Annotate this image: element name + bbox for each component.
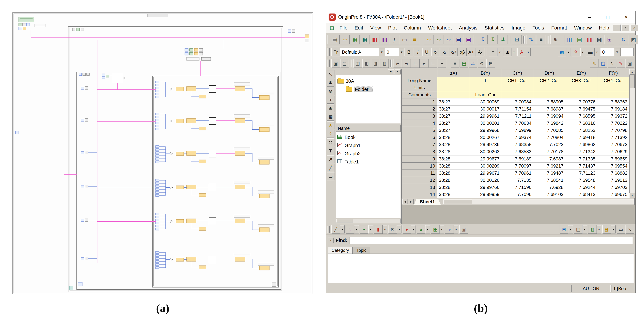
object-select-button[interactable]: ↖ bbox=[608, 59, 616, 68]
line-symbol-plot-button[interactable]: ~ bbox=[360, 225, 368, 234]
print-button[interactable]: ⊟ bbox=[512, 35, 522, 44]
data-cell[interactable]: 38:28 bbox=[438, 155, 470, 162]
meta-cell[interactable]: CH2_Cur bbox=[534, 77, 566, 84]
exchange-xy-button[interactable]: ⇄ bbox=[469, 59, 477, 68]
code-builder-button[interactable]: ⊞ bbox=[604, 35, 614, 44]
menu-column[interactable]: Column bbox=[400, 23, 424, 33]
fit-page-button[interactable]: ▣ bbox=[332, 59, 340, 68]
chevron-down-icon[interactable]: ▾ bbox=[379, 48, 384, 56]
supersubscript-button[interactable]: x₂² bbox=[449, 48, 458, 56]
menu-format[interactable]: Format bbox=[548, 23, 570, 33]
corner-header-cell[interactable] bbox=[402, 69, 438, 77]
menu-view[interactable]: View bbox=[367, 23, 384, 33]
data-cell[interactable]: 7.68541 bbox=[534, 177, 566, 184]
column-header-by[interactable]: B(Y) bbox=[470, 69, 502, 77]
column-plot-button[interactable]: ▮ bbox=[374, 225, 383, 234]
custom-routine-button[interactable]: ♞ bbox=[550, 35, 560, 44]
chevron-down-icon[interactable]: ▾ bbox=[425, 225, 430, 234]
meta-cell[interactable] bbox=[566, 91, 598, 98]
pe-scrollbar[interactable] bbox=[336, 219, 400, 223]
line-color-button[interactable]: ✎ bbox=[572, 48, 580, 56]
chevron-down-icon[interactable]: ▾ bbox=[512, 48, 516, 56]
decrease-font-button[interactable]: A- bbox=[476, 48, 484, 56]
ole-object-button[interactable]: ▣ bbox=[626, 59, 634, 68]
toolbar-grip[interactable] bbox=[328, 226, 330, 233]
new-project-button[interactable]: ▤ bbox=[330, 35, 340, 44]
border-color-swatch[interactable] bbox=[620, 48, 634, 56]
sheet-next-button[interactable]: ▶ bbox=[408, 199, 414, 204]
data-cell[interactable]: 7.70634 bbox=[502, 120, 534, 127]
data-cell[interactable]: 7.69659 bbox=[598, 155, 630, 162]
menu-file[interactable]: File bbox=[336, 23, 351, 33]
menu-edit[interactable]: Edit bbox=[351, 23, 367, 33]
chevron-down-icon[interactable]: ▾ bbox=[368, 225, 373, 234]
duplicate-window-button[interactable]: ◫ bbox=[354, 59, 362, 68]
chevron-down-icon[interactable]: ▾ bbox=[354, 225, 359, 234]
chevron-down-icon[interactable]: ▾ bbox=[582, 225, 587, 234]
line-width-combo[interactable]: 0▾ bbox=[600, 48, 620, 56]
open-excel-button[interactable]: ▱ bbox=[434, 35, 444, 44]
row-number[interactable]: 7 bbox=[402, 141, 438, 148]
contour-plot-button[interactable]: ▦ bbox=[431, 225, 440, 234]
fill-color-button[interactable]: ▨ bbox=[558, 48, 566, 56]
theme-organizer-button[interactable]: ◩ bbox=[629, 35, 638, 44]
chevron-down-icon[interactable]: ▾ bbox=[568, 225, 573, 234]
mask-points-tool-button[interactable]: ★ bbox=[326, 121, 334, 129]
row-label[interactable]: Comments bbox=[402, 91, 438, 98]
menu-image[interactable]: Image bbox=[508, 23, 529, 33]
data-cell[interactable]: 7.6987 bbox=[534, 155, 566, 162]
pie-plot-button[interactable]: ◑ bbox=[445, 225, 454, 234]
align-text-button[interactable]: ≡ bbox=[489, 48, 498, 56]
menu-plot[interactable]: Plot bbox=[384, 23, 400, 33]
project-item-graph2[interactable]: Graph2 bbox=[337, 150, 399, 158]
chevron-down-icon[interactable]: ▾ bbox=[498, 48, 502, 56]
column-header-cy[interactable]: C(Y) bbox=[502, 69, 534, 77]
close-button[interactable]: × bbox=[617, 11, 636, 23]
open-sample-button[interactable]: ▱ bbox=[444, 35, 454, 44]
data-cell[interactable]: 7.68316 bbox=[566, 120, 598, 127]
data-cell[interactable]: 7.69372 bbox=[598, 113, 630, 120]
scatter-plot-button[interactable]: ∴ bbox=[346, 225, 354, 234]
open-button[interactable]: ▱ bbox=[424, 35, 434, 44]
font-combo[interactable]: Default: A ▾ bbox=[340, 48, 385, 56]
horizontal-scrollbar[interactable] bbox=[443, 199, 634, 204]
style-organizer-button[interactable]: ▨ bbox=[599, 59, 607, 68]
data-cell[interactable]: 30.00017 bbox=[470, 105, 502, 113]
data-cell[interactable]: 7.70798 bbox=[598, 127, 630, 134]
meta-cell[interactable]: CH3_Cur bbox=[566, 77, 598, 84]
chevron-down-icon[interactable]: ▾ bbox=[397, 225, 402, 234]
save-template-button[interactable]: ▣ bbox=[464, 35, 473, 44]
project-item-table1[interactable]: Table1 bbox=[337, 158, 399, 166]
data-cell[interactable]: 7.69217 bbox=[534, 162, 566, 170]
vertical-scrollbar[interactable]: ▲ ▼ bbox=[630, 69, 635, 198]
row-number[interactable]: 2 bbox=[402, 105, 438, 113]
data-cell[interactable]: 7.69675 bbox=[598, 191, 630, 198]
data-cell[interactable]: 30.00267 bbox=[470, 134, 502, 141]
project-item-graph1[interactable]: Graph1 bbox=[337, 141, 399, 150]
horizontal-scroll-thumb[interactable] bbox=[444, 200, 472, 204]
import-ascii-button[interactable]: ↧ bbox=[488, 35, 498, 44]
menu-tools[interactable]: Tools bbox=[529, 23, 548, 33]
chevron-down-icon[interactable]: ▾ bbox=[383, 225, 387, 234]
data-cell[interactable]: 7.70376 bbox=[566, 98, 598, 105]
data-cell[interactable]: 7.70178 bbox=[534, 148, 566, 155]
data-cell[interactable]: 7.68253 bbox=[566, 127, 598, 134]
chevron-down-icon[interactable]: ▾ bbox=[399, 48, 404, 56]
save-project-button[interactable]: ▣ bbox=[454, 35, 463, 44]
data-cell[interactable]: 7.69862 bbox=[566, 141, 598, 148]
align-left-button[interactable]: ⌐ bbox=[393, 59, 402, 68]
pe-name-header[interactable]: Name bbox=[336, 125, 400, 132]
data-cell[interactable]: 7.69189 bbox=[502, 155, 534, 162]
scroll-down-button[interactable]: ▼ bbox=[630, 193, 635, 198]
row-number[interactable]: 11 bbox=[402, 170, 438, 177]
font-size-combo[interactable]: 0 ▾ bbox=[385, 48, 405, 56]
data-cell[interactable]: 29.99736 bbox=[470, 141, 502, 148]
meta-cell[interactable]: I bbox=[470, 77, 502, 84]
align-hcenter-button[interactable]: ∟ bbox=[429, 59, 438, 68]
row-number[interactable]: 4 bbox=[402, 120, 438, 127]
data-cell[interactable]: 7.70673 bbox=[598, 141, 630, 148]
child-close-button[interactable]: × bbox=[630, 24, 638, 31]
data-cell[interactable]: 7.70804 bbox=[534, 134, 566, 141]
row-label[interactable]: Long Name bbox=[402, 77, 438, 84]
data-cell[interactable]: 7.69475 bbox=[566, 105, 598, 113]
